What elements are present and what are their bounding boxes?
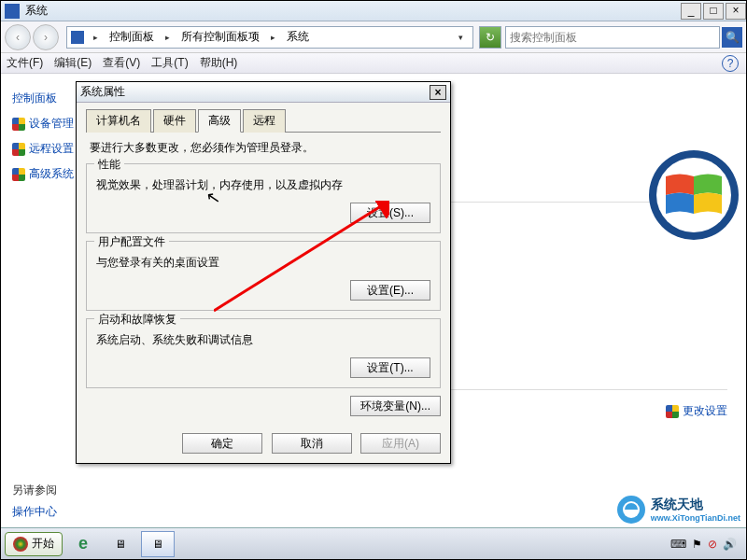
forward-button[interactable]: › xyxy=(33,24,59,50)
system-properties-dialog: 系统属性 × 计算机名 硬件 高级 远程 要进行大多数更改，您必须作为管理员登录… xyxy=(76,81,451,464)
chevron-right-icon[interactable]: ▸ xyxy=(265,33,281,42)
menu-tools[interactable]: 工具(T) xyxy=(151,55,188,71)
tray-volume-icon[interactable]: 🔊 xyxy=(723,538,737,551)
breadcrumb-item[interactable]: 控制面板 xyxy=(104,29,160,45)
windows-orb-icon xyxy=(13,537,28,552)
breadcrumb-icon xyxy=(71,31,84,44)
menu-edit[interactable]: 编辑(E) xyxy=(54,55,92,71)
admin-note: 要进行大多数更改，您必须作为管理员登录。 xyxy=(90,140,437,156)
sidebar-item-label: 高级系统 xyxy=(29,166,74,182)
tab-computer-name[interactable]: 计算机名 xyxy=(86,109,151,133)
close-button[interactable]: × xyxy=(726,3,746,20)
system-tray: ⌨ ⚑ ⊘ 🔊 xyxy=(670,538,742,551)
window-title: 系统 xyxy=(25,3,679,19)
maximize-button[interactable]: □ xyxy=(703,3,724,20)
breadcrumb[interactable]: ▸ 控制面板 ▸ 所有控制面板项 ▸ 系统 ▾ xyxy=(66,26,473,49)
sidebar-item-label: 设备管理 xyxy=(29,116,74,132)
performance-settings-button[interactable]: 设置(S)... xyxy=(350,203,430,223)
user-profile-legend: 用户配置文件 xyxy=(94,234,169,250)
environment-variables-button[interactable]: 环境变量(N)... xyxy=(350,396,441,416)
ok-button[interactable]: 确定 xyxy=(182,433,262,454)
change-settings-label: 更改设置 xyxy=(683,403,727,419)
dialog-titlebar[interactable]: 系统属性 × xyxy=(77,82,450,103)
performance-group: 性能 视觉效果，处理器计划，内存使用，以及虚拟内存 设置(S)... xyxy=(86,163,441,233)
window-titlebar: 系统 _ □ × xyxy=(1,1,746,21)
see-also: 另请参阅 操作中心 xyxy=(12,483,57,520)
system-icon: 🖥 xyxy=(152,538,163,551)
chevron-right-icon[interactable]: ▸ xyxy=(160,33,176,42)
monitor-icon: 🖥 xyxy=(115,538,126,551)
startup-recovery-group: 启动和故障恢复 系统启动、系统失败和调试信息 设置(T)... xyxy=(86,318,441,388)
watermark: 系统天地 www.XiTongTianDi.net xyxy=(615,494,740,525)
performance-desc: 视觉效果，处理器计划，内存使用，以及虚拟内存 xyxy=(96,177,430,193)
taskbar-item-monitor[interactable]: 🖥 xyxy=(104,531,137,557)
chevron-right-icon[interactable]: ▸ xyxy=(88,33,104,42)
start-label: 开始 xyxy=(32,536,54,552)
ie-icon: e xyxy=(78,534,88,553)
tab-advanced[interactable]: 高级 xyxy=(198,109,241,133)
tray-flag-icon[interactable]: ⚑ xyxy=(692,538,702,551)
see-also-head: 另请参阅 xyxy=(12,483,57,498)
startup-recovery-settings-button[interactable]: 设置(T)... xyxy=(350,357,430,378)
sidebar-item-label: 远程设置 xyxy=(29,141,74,157)
cancel-button[interactable]: 取消 xyxy=(272,433,352,454)
help-icon[interactable]: ? xyxy=(722,55,739,72)
tab-remote[interactable]: 远程 xyxy=(243,109,286,133)
menu-file[interactable]: 文件(F) xyxy=(7,55,43,71)
shield-icon xyxy=(12,143,25,156)
windows-logo-icon xyxy=(647,148,740,242)
chevron-down-icon[interactable]: ▾ xyxy=(453,33,469,42)
user-profile-desc: 与您登录有关的桌面设置 xyxy=(96,255,430,271)
menu-help[interactable]: 帮助(H) xyxy=(200,55,238,71)
watermark-brand: 系统天地 xyxy=(651,497,740,513)
tab-hardware[interactable]: 硬件 xyxy=(153,109,196,133)
startup-recovery-desc: 系统启动、系统失败和调试信息 xyxy=(96,332,430,348)
performance-legend: 性能 xyxy=(94,157,124,173)
start-button[interactable]: 开始 xyxy=(5,532,63,556)
tray-network-icon[interactable]: ⊘ xyxy=(708,538,717,551)
search-input[interactable] xyxy=(510,31,715,44)
watermark-url: www.XiTongTianDi.net xyxy=(651,513,740,523)
search-go-button[interactable]: 🔍 xyxy=(722,27,742,48)
taskbar-item-system[interactable]: 🖥 xyxy=(141,531,175,557)
change-settings-link[interactable]: 更改设置 xyxy=(666,403,727,419)
startup-recovery-legend: 启动和故障恢复 xyxy=(94,312,180,328)
taskbar: 开始 e 🖥 🖥 ⌨ ⚑ ⊘ 🔊 xyxy=(1,527,746,559)
tray-keyboard-icon[interactable]: ⌨ xyxy=(670,538,686,551)
back-button[interactable]: ‹ xyxy=(5,24,31,50)
breadcrumb-item[interactable]: 所有控制面板项 xyxy=(176,29,265,45)
user-profile-settings-button[interactable]: 设置(E)... xyxy=(350,280,430,301)
shield-icon xyxy=(12,118,25,131)
taskbar-item-ie[interactable]: e xyxy=(66,531,100,557)
see-also-link[interactable]: 操作中心 xyxy=(12,504,57,520)
menu-view[interactable]: 查看(V) xyxy=(103,55,140,71)
minimize-button[interactable]: _ xyxy=(681,3,701,20)
shield-icon xyxy=(12,168,25,181)
shield-icon xyxy=(666,405,679,418)
breadcrumb-item[interactable]: 系统 xyxy=(281,29,315,45)
dialog-tabs: 计算机名 硬件 高级 远程 xyxy=(86,108,441,133)
apply-button[interactable]: 应用(A) xyxy=(360,433,441,454)
watermark-icon xyxy=(615,494,647,525)
search-box[interactable] xyxy=(505,26,720,49)
nav-bar: ‹ › ▸ 控制面板 ▸ 所有控制面板项 ▸ 系统 ▾ ↻ 🔍 xyxy=(1,21,746,53)
menu-bar: 文件(F) 编辑(E) 查看(V) 工具(T) 帮助(H) ? xyxy=(1,53,746,74)
dialog-title: 系统属性 xyxy=(80,84,430,100)
app-icon xyxy=(5,4,20,19)
dialog-close-button[interactable]: × xyxy=(430,85,446,100)
refresh-button[interactable]: ↻ xyxy=(479,26,501,49)
user-profile-group: 用户配置文件 与您登录有关的桌面设置 设置(E)... xyxy=(86,241,441,311)
